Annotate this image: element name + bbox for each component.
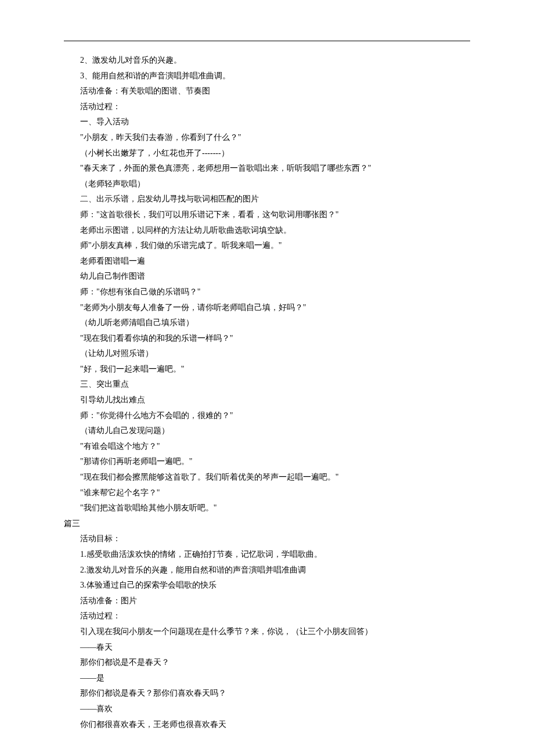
text-line: （幼儿听老师清唱自己填乐谱）: [64, 315, 470, 331]
text-line: "好，我们一起来唱一遍吧。": [64, 362, 470, 377]
text-line: 活动过程：: [64, 609, 470, 624]
text-line: "老师为小朋友每人准备了一份，请你听老师唱自己填，好吗？": [64, 300, 470, 316]
text-line: 篇三: [64, 516, 470, 532]
text-line: 老师出示图谱，以同样的方法让幼儿听歌曲选歌词填空缺。: [64, 223, 470, 239]
text-line: 师："你觉得什么地方不会唱的，很难的？": [64, 408, 470, 424]
text-line: 幼儿自己制作图谱: [64, 269, 470, 285]
text-line: "小朋友，昨天我们去春游，你看到了什么？": [64, 130, 470, 146]
document-page: 2、激发幼儿对音乐的兴趣。3、能用自然和谐的声音演唱并唱准曲调。活动准备：有关歌…: [0, 0, 534, 756]
text-line: 引导幼儿找出难点: [64, 393, 470, 408]
text-line: 老师看图谱唱一遍: [64, 254, 470, 269]
text-line: 活动准备：图片: [64, 593, 470, 609]
text-line: 1.感受歌曲活泼欢快的情绪，正确拍打节奏，记忆歌词，学唱歌曲。: [64, 547, 470, 563]
text-line: 你们都很喜欢春天，王老师也很喜欢春天: [64, 717, 470, 733]
text-line: "现在我们都会擦黑能够这首歌了。我们听着优美的琴声一起唱一遍吧。": [64, 470, 470, 485]
text-line: 活动过程：: [64, 99, 470, 115]
text-line: 一、导入活动: [64, 114, 470, 130]
top-rule: [64, 41, 470, 41]
document-body: 2、激发幼儿对音乐的兴趣。3、能用自然和谐的声音演唱并唱准曲调。活动准备：有关歌…: [64, 53, 470, 732]
text-line: 活动目标：: [64, 531, 470, 547]
text-line: "那请你们再听老师唱一遍吧。": [64, 454, 470, 470]
text-line: 那你们都说是春天？那你们喜欢春天吗？: [64, 686, 470, 701]
text-line: 师："你想有张自己做的乐谱吗？": [64, 285, 470, 300]
text-line: 活动准备：有关歌唱的图谱、节奏图: [64, 84, 470, 99]
text-line: 2.激发幼儿对音乐的兴趣，能用自然和谐的声音演唱并唱准曲调: [64, 563, 470, 578]
text-line: 那你们都说是不是春天？: [64, 655, 470, 671]
text-line: "我们把这首歌唱给其他小朋友听吧。": [64, 501, 470, 516]
text-line: 3、能用自然和谐的声音演唱并唱准曲调。: [64, 69, 470, 84]
text-line: 引入现在我问小朋友一个问题现在是什么季节？来，你说，（让三个小朋友回答）: [64, 624, 470, 640]
text-line: （让幼儿对照乐谱）: [64, 346, 470, 362]
text-line: ——春天: [64, 640, 470, 656]
text-line: "春天来了，外面的景色真漂亮，老师想用一首歌唱出来，听听我唱了哪些东西？": [64, 161, 470, 177]
text-line: "谁来帮它起个名字？": [64, 485, 470, 501]
text-line: 师："这首歌很长，我们可以用乐谱记下来，看看，这句歌词用哪张图？": [64, 207, 470, 223]
text-line: 三、突出重点: [64, 377, 470, 393]
text-line: 二、出示乐谱，启发幼儿寻找与歌词相匹配的图片: [64, 192, 470, 207]
text-line: "有谁会唱这个地方？": [64, 439, 470, 455]
text-line: "现在我们看看你填的和我的乐谱一样吗？": [64, 331, 470, 347]
text-line: （请幼儿自己发现问题）: [64, 423, 470, 439]
text-line: ——喜欢: [64, 701, 470, 717]
text-line: （老师轻声歌唱）: [64, 177, 470, 192]
text-line: 师"小朋友真棒，我们做的乐谱完成了。听我来唱一遍。": [64, 238, 470, 254]
text-line: 3.体验通过自己的探索学会唱歌的快乐: [64, 578, 470, 593]
text-line: 2、激发幼儿对音乐的兴趣。: [64, 53, 470, 69]
text-line: ——是: [64, 671, 470, 686]
text-line: （小树长出嫩芽了，小红花也开了-------）: [64, 146, 470, 161]
